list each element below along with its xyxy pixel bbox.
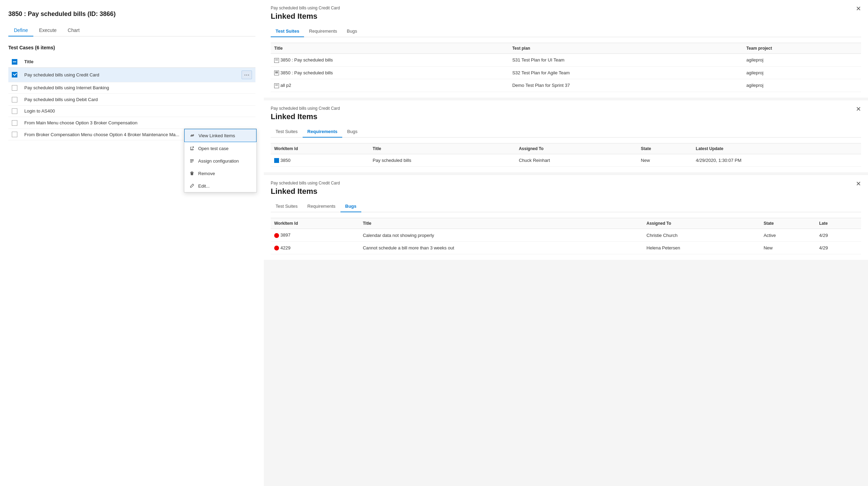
bug-icon (274, 233, 279, 238)
row-cell-3: Active (760, 229, 816, 242)
table-row: 3850 : Pay scheduled billsS32 Test Plan … (271, 66, 861, 79)
row-checkbox[interactable] (12, 120, 17, 126)
suite-icon (274, 58, 279, 63)
checkbox-cell (8, 117, 21, 129)
menu-item-remove[interactable]: Remove (184, 167, 256, 180)
tab-execute[interactable]: Execute (33, 25, 62, 36)
card-tab-bugs[interactable]: Bugs (342, 26, 362, 37)
table-row: 4229Cannot schedule a bill more than 3 w… (271, 241, 861, 254)
tab-chart[interactable]: Chart (62, 25, 85, 36)
menu-label-remove: Remove (198, 171, 215, 176)
main-tabs: Define Execute Chart (8, 25, 255, 36)
row-cell-4: 4/29 (816, 229, 861, 242)
table-header-row: TitleTest planTeam project (271, 43, 861, 54)
tab-define[interactable]: Define (8, 25, 33, 36)
table-row: 3850 : Pay scheduled billsS31 Test Plan … (271, 54, 861, 67)
row-actions-cell: ⋯ (238, 67, 255, 82)
row-actions-cell (238, 94, 255, 106)
workitem-icon (274, 158, 279, 163)
card-tab-test-suites[interactable]: Test Suites (271, 26, 304, 37)
row-cell-2: agileproj (743, 79, 861, 92)
row-cell-1: Demo Test Plan for Sprint 37 (509, 79, 743, 92)
menu-label-view-linked: View Linked Items (199, 133, 235, 138)
test-cases-table: Title Pay scheduled bills using Credit C… (8, 56, 255, 140)
col-header: Assigned To (515, 143, 638, 154)
header-checkbox-cell (8, 56, 21, 67)
row-checkbox[interactable] (12, 132, 17, 137)
card-tab-test-suites[interactable]: Test Suites (271, 201, 303, 212)
svg-rect-4 (191, 172, 193, 172)
row-cell-0: all p2 (271, 79, 509, 92)
row-title: From Main Menu choose Option 3 Broker Co… (21, 117, 238, 129)
menu-item-edit[interactable]: Edit... (184, 180, 256, 192)
linked-items-card: ✕ Pay scheduled bills using Credit Card … (264, 0, 868, 100)
table-row: Pay scheduled bills using Credit Card ⋯ (8, 67, 255, 82)
row-cell-0: 4229 (271, 241, 359, 254)
menu-item-view-linked[interactable]: View Linked Items (184, 129, 256, 142)
card-tab-requirements[interactable]: Requirements (304, 26, 342, 37)
table-row: Login to AS400 (8, 105, 255, 117)
row-cell-0: 3897 (271, 229, 359, 242)
col-header: Team project (743, 43, 861, 54)
checkbox-cell (8, 67, 21, 82)
row-checkbox[interactable] (12, 85, 17, 91)
row-actions-cell (238, 117, 255, 129)
svg-rect-2 (190, 160, 194, 161)
row-cell-2: agileproj (743, 54, 861, 67)
card-tab-requirements[interactable]: Requirements (303, 126, 343, 138)
row-ellipsis-button[interactable]: ⋯ (242, 71, 252, 79)
row-title: Login to AS400 (21, 105, 238, 117)
table-header-row: WorkItem IdTitleAssigned ToStateLate (271, 218, 861, 229)
menu-label-open-test-case: Open test case (198, 146, 228, 151)
card-title: Linked Items (271, 112, 861, 121)
card-tab-test-suites[interactable]: Test Suites (271, 126, 303, 138)
row-title: Pay scheduled bills using Debit Card (21, 94, 238, 106)
row-checkbox[interactable] (12, 108, 17, 114)
row-cell-3: New (760, 241, 816, 254)
card-tab-requirements[interactable]: Requirements (303, 201, 340, 212)
card-tab-bugs[interactable]: Bugs (340, 201, 362, 212)
row-cell-3: New (638, 154, 692, 167)
linked-items-card: ✕ Pay scheduled bills using Credit Card … (264, 100, 868, 175)
col-header: State (760, 218, 816, 229)
row-cell-1: S31 Test Plan for UI Team (509, 54, 743, 67)
table-row: 3897Calendar data not showing properlyCh… (271, 229, 861, 242)
col-header: Title (359, 218, 643, 229)
header-title: Title (21, 56, 238, 67)
row-checkbox[interactable] (12, 72, 17, 77)
list-icon (189, 158, 195, 164)
row-cell-1: Cannot schedule a bill more than 3 weeks… (359, 241, 643, 254)
table-row: Pay scheduled bills using Internet Banki… (8, 82, 255, 94)
menu-item-assign-config[interactable]: Assign configuration (184, 155, 256, 167)
svg-rect-1 (190, 159, 194, 160)
card-table: TitleTest planTeam project 3850 : Pay sc… (271, 43, 861, 92)
card-table: WorkItem IdTitleAssigned ToStateLate 389… (271, 218, 861, 254)
select-all-checkbox[interactable] (12, 59, 17, 65)
open-icon (189, 146, 195, 151)
row-cell-2: Helena Petersen (643, 241, 760, 254)
row-cell-1: S32 Test Plan for Agile Team (509, 66, 743, 79)
menu-label-edit: Edit... (198, 183, 210, 189)
checkbox-cell (8, 82, 21, 94)
row-cell-2: Chuck Reinhart (515, 154, 638, 167)
row-cell-2: Christie Church (643, 229, 760, 242)
row-checkbox[interactable] (12, 97, 17, 102)
col-header: State (638, 143, 692, 154)
checkbox-cell (8, 94, 21, 106)
card-tab-bugs[interactable]: Bugs (342, 126, 362, 138)
card-close-button[interactable]: ✕ (856, 181, 861, 187)
suite-icon (274, 83, 279, 88)
row-cell-2: agileproj (743, 66, 861, 79)
menu-item-open-test-case[interactable]: Open test case (184, 142, 256, 155)
context-menu: View Linked Items Open test case Assign … (184, 129, 257, 192)
section-title: Test Cases (6 items) (8, 45, 255, 50)
header-actions (238, 56, 255, 67)
card-close-button[interactable]: ✕ (856, 6, 861, 12)
checkbox-cell (8, 105, 21, 117)
checkbox-cell (8, 129, 21, 140)
row-title: Pay scheduled bills using Internet Banki… (21, 82, 238, 94)
card-close-button[interactable]: ✕ (856, 106, 861, 112)
col-header: WorkItem Id (271, 218, 359, 229)
col-header: Assigned To (643, 218, 760, 229)
row-actions-cell (238, 105, 255, 117)
